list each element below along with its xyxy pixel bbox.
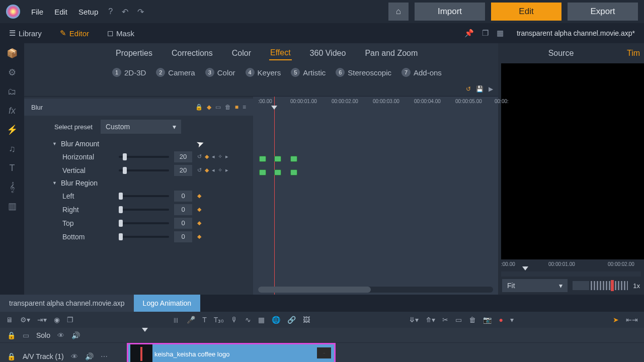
layout-icon[interactable]: ▦ <box>493 29 508 38</box>
sub-color[interactable]: 3Color <box>205 68 235 77</box>
expand-icon[interactable]: ⋯ <box>101 352 108 360</box>
keyframe-icon[interactable]: ◆ <box>197 193 201 199</box>
sub-2d3d[interactable]: 12D-3D <box>112 68 146 77</box>
marker-in-icon[interactable]: ⤋▾ <box>409 316 419 324</box>
timeline-scrollbar[interactable] <box>258 287 493 293</box>
enable-icon[interactable]: ■ <box>235 104 238 111</box>
delete-icon[interactable]: 🗑 <box>469 316 476 324</box>
slider-vertical[interactable] <box>119 169 169 171</box>
value-left[interactable]: 0 <box>174 191 192 202</box>
timeline-ruler[interactable]: :00.00 00:00:01.00 00:00:02.00 00:00:03.… <box>253 97 498 109</box>
sub-stereo[interactable]: 6Stereoscopic <box>336 68 391 77</box>
cat-color[interactable]: Color <box>231 47 252 60</box>
voiceover-icon[interactable]: 🎙 <box>231 316 238 324</box>
preset-dropdown[interactable]: Custom▾ <box>101 120 181 134</box>
link-icon[interactable]: 🔗 <box>287 316 296 324</box>
menu-file[interactable]: File <box>27 6 47 18</box>
reset-param-icon[interactable]: ↺ <box>197 153 202 160</box>
group-blur-region[interactable]: Blur Region <box>24 177 253 189</box>
keyframe-marker[interactable] <box>290 156 297 162</box>
keyframe-icon[interactable]: ◆ <box>197 206 201 213</box>
tool-library-icon[interactable]: 🗂 <box>5 85 19 98</box>
value-vertical[interactable]: 20 <box>174 165 192 176</box>
globe-icon[interactable]: 🌐 <box>272 316 280 324</box>
export-button[interactable]: Export <box>568 3 638 21</box>
sub-artistic[interactable]: 5Artistic <box>291 68 326 77</box>
mic-icon[interactable]: 🎤 <box>187 316 195 324</box>
zoom-fit-dropdown[interactable]: Fit▾ <box>502 279 568 292</box>
reset-param-icon[interactable]: ↺ <box>197 167 202 173</box>
title-icon[interactable]: T <box>202 316 207 324</box>
tool-gear-icon[interactable]: ⚙ <box>5 66 19 78</box>
settings-icon[interactable]: ⚙▾ <box>20 316 30 324</box>
tool-package-icon[interactable]: 📦 <box>5 47 19 59</box>
fit-width-icon[interactable]: ⇤⇥ <box>626 316 638 324</box>
rec-chevron-icon[interactable]: ▾ <box>510 316 514 324</box>
curve-icon[interactable]: ✧ <box>218 167 222 173</box>
keyframe-diamond-icon[interactable]: ◆ <box>207 104 211 111</box>
group-blur-amount[interactable]: Blur Amount <box>24 138 253 150</box>
grid-icon[interactable]: ▦ <box>258 316 265 324</box>
sub-addons[interactable]: 7Add-ons <box>401 68 442 77</box>
next-kf-icon[interactable]: ▸ <box>225 153 228 160</box>
prev-kf-icon[interactable]: ◂ <box>212 153 215 160</box>
import-button[interactable]: Import <box>415 3 485 21</box>
tool-piano-icon[interactable]: ▥ <box>5 200 19 212</box>
pin-icon[interactable]: 📌 <box>460 29 478 38</box>
keyframe-marker[interactable] <box>259 156 266 162</box>
value-top[interactable]: 0 <box>174 218 192 229</box>
slider-left[interactable] <box>119 195 169 197</box>
levels-icon[interactable]: ⫼ <box>173 316 180 324</box>
lock-icon[interactable]: 🔒 <box>7 352 16 360</box>
lock-icon[interactable]: 🔒 <box>195 104 203 111</box>
preview-playhead[interactable] <box>522 266 528 270</box>
track-type-icon[interactable]: ▭ <box>23 331 29 339</box>
cat-properties[interactable]: Properties <box>115 47 153 60</box>
record-icon[interactable]: ● <box>499 316 503 324</box>
keyframe-icon[interactable]: ◆ <box>197 220 201 226</box>
sequence-tab-1[interactable]: transparent alpha channel.movie.axp <box>0 295 134 312</box>
edit-button[interactable]: Edit <box>491 3 561 21</box>
value-horizontal[interactable]: 20 <box>174 151 192 162</box>
track-playhead[interactable] <box>142 328 148 332</box>
sequence-tab-2[interactable]: Logo Animation <box>134 295 201 312</box>
eye-icon[interactable]: 👁 <box>71 352 78 360</box>
save-icon[interactable]: 💾 <box>476 85 484 93</box>
value-right[interactable]: 0 <box>174 204 192 215</box>
ripple-icon[interactable]: ▭ <box>455 316 462 324</box>
slider-bottom[interactable] <box>119 236 169 238</box>
reset-icon[interactable]: ↺ <box>466 85 471 93</box>
sub-keyers[interactable]: 4Keyers <box>246 68 281 77</box>
preview-tab-timeline[interactable]: Tim <box>624 49 644 58</box>
image-icon[interactable]: 🖼 <box>303 316 310 324</box>
copy-icon[interactable]: ❐ <box>67 316 73 324</box>
more-icon[interactable]: ≡ <box>243 104 246 111</box>
speaker-icon[interactable]: 🔊 <box>71 331 80 339</box>
home-button[interactable]: ⌂ <box>388 3 409 21</box>
prev-kf-icon[interactable]: ◂ <box>212 167 215 173</box>
marker-out-icon[interactable]: ⤊▾ <box>426 316 435 324</box>
tool-fx-icon[interactable]: fx <box>5 105 19 117</box>
undo-icon[interactable]: ↶ <box>119 5 131 19</box>
tool-link-icon[interactable]: 𝄞 <box>5 181 19 193</box>
eye-icon[interactable]: 👁 <box>57 331 64 339</box>
monitor-icon[interactable]: 🖥 <box>6 316 13 324</box>
cat-effect[interactable]: Effect <box>269 46 292 60</box>
razor-icon[interactable]: ✂ <box>442 316 448 324</box>
video-preview[interactable] <box>501 63 644 259</box>
sub-camera[interactable]: 2Camera <box>156 68 195 77</box>
play-icon[interactable]: ▶ <box>489 85 493 93</box>
popout-icon[interactable]: ❐ <box>478 29 493 38</box>
redo-icon[interactable]: ↷ <box>134 5 147 19</box>
pointer-tool-icon[interactable]: ➤ <box>613 316 619 324</box>
menu-edit[interactable]: Edit <box>50 6 71 18</box>
keyframe-marker[interactable] <box>290 169 297 175</box>
next-kf-icon[interactable]: ▸ <box>225 167 228 173</box>
playhead[interactable] <box>274 97 275 295</box>
cat-360[interactable]: 360 Video <box>309 47 347 60</box>
keyframe-timeline[interactable]: :00.00 00:00:01.00 00:00:02.00 00:00:03.… <box>253 97 498 295</box>
tool-text-icon[interactable]: T <box>5 162 19 174</box>
help-icon[interactable]: ? <box>105 5 116 18</box>
record-target-icon[interactable]: ◉ <box>54 316 60 324</box>
title-small-icon[interactable]: T₃₀ <box>214 316 224 324</box>
